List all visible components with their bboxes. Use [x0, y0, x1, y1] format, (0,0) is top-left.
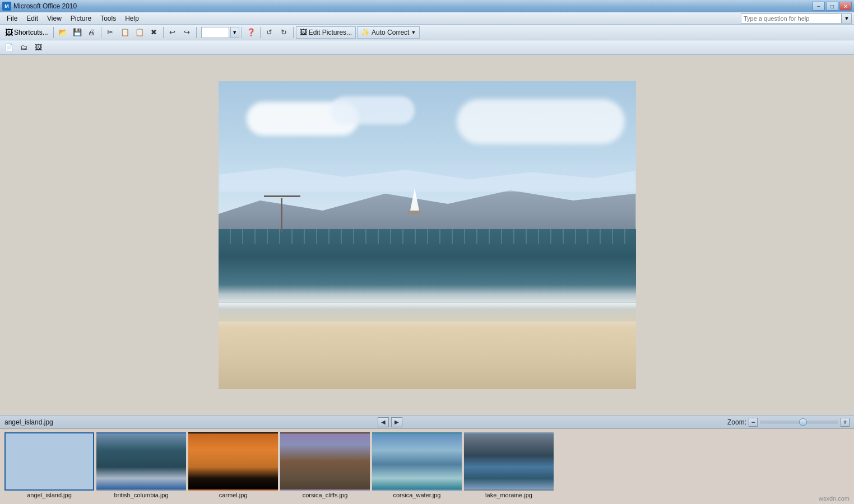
menu-edit[interactable]: Edit [22, 13, 43, 24]
redo-button[interactable]: ↪ [180, 26, 194, 39]
delete-button[interactable]: ✖ [147, 26, 161, 39]
auto-correct-button[interactable]: ✨ Auto Correct ▼ [357, 26, 420, 39]
scene-foam [219, 284, 636, 309]
main-image-container [219, 81, 636, 389]
main-content [0, 55, 854, 415]
cloud2 [457, 99, 625, 144]
thumbnail-strip: angel_island.jpgbritish_columbia.jpgcarm… [0, 428, 854, 504]
menu-file[interactable]: File [2, 13, 22, 24]
shortcuts-button[interactable]: 🖼 Shortcuts... [2, 26, 51, 39]
thumbnail-image-corsica_water [372, 432, 462, 491]
title-text: Microsoft Office 2010 [13, 2, 77, 10]
edit-pictures-label: Edit Pictures... [309, 29, 352, 36]
copy-button[interactable]: 📋 [118, 26, 132, 39]
help-search-input[interactable] [741, 13, 842, 24]
shortcuts-icon: 🖼 [5, 28, 13, 37]
scene-beach [219, 303, 636, 389]
separator4 [196, 27, 197, 38]
zoom-bar: Zoom: − + [727, 418, 850, 427]
help-search: ▼ [741, 13, 852, 24]
cloud3 [331, 96, 415, 124]
close-button[interactable]: ✕ [839, 2, 852, 11]
print-button[interactable]: 🖨 [85, 26, 99, 39]
thumbnail-angel_island[interactable]: angel_island.jpg [4, 432, 94, 501]
watermark: wsxdn.com [819, 495, 850, 502]
zoom-control: 100% ▼ [201, 27, 239, 38]
thumbnail-label-angel_island: angel_island.jpg [4, 492, 94, 498]
zoom-input[interactable]: 100% [201, 27, 229, 38]
nav-next-button[interactable]: ▶ [391, 417, 402, 427]
menu-help[interactable]: Help [120, 13, 143, 24]
sailboat-hull [408, 211, 421, 214]
auto-correct-icon: ✨ [361, 28, 370, 36]
thumbnail-image-british_columbia [96, 432, 186, 491]
rotate-right-button[interactable]: ↻ [277, 26, 291, 39]
edit-pictures-button[interactable]: 🖼 Edit Pictures... [296, 26, 356, 39]
zoom-slider-track[interactable] [760, 421, 838, 424]
nav-prev-button[interactable]: ◀ [378, 417, 389, 427]
save-button[interactable]: 💾 [71, 26, 84, 39]
zoom-minus-button[interactable]: − [749, 418, 758, 427]
zoom-slider-thumb[interactable] [799, 418, 807, 426]
app-icon: M [2, 2, 11, 11]
paste-button[interactable]: 📋 [133, 26, 146, 39]
menu-picture[interactable]: Picture [66, 13, 96, 24]
title-bar-controls: − □ ✕ [813, 2, 852, 11]
separator6 [260, 27, 261, 38]
status-filename: angel_island.jpg [4, 418, 53, 426]
thumbnail-image-lake_moraine [464, 432, 554, 491]
undo-button[interactable]: ↩ [166, 26, 179, 39]
toolbar2: 📄 🗂 🖼 [0, 40, 854, 55]
zoom-dropdown-button[interactable]: ▼ [230, 27, 239, 38]
main-image [219, 81, 636, 389]
separator1 [53, 27, 54, 38]
separator5 [242, 27, 242, 38]
thumbnail-label-carmel: carmel.jpg [188, 492, 278, 498]
thumbnail-label-lake_moraine: lake_moraine.jpg [464, 492, 554, 498]
thumbnail-label-british_columbia: british_columbia.jpg [96, 492, 186, 498]
restore-button[interactable]: □ [826, 2, 838, 11]
separator3 [163, 27, 164, 38]
zoom-label: Zoom: [727, 418, 746, 426]
separator2 [101, 27, 101, 38]
thumbnail-british_columbia[interactable]: british_columbia.jpg [96, 432, 186, 501]
auto-correct-label: Auto Correct [372, 29, 409, 36]
thumbnail-label-corsica_water: corsica_water.jpg [372, 492, 462, 498]
zoom-plus-button[interactable]: + [841, 418, 850, 427]
auto-correct-dropdown: ▼ [411, 30, 416, 35]
scene-canvas [219, 81, 636, 389]
title-bar-left: M Microsoft Office 2010 [2, 2, 77, 11]
cut-button[interactable]: ✂ [104, 26, 117, 39]
toolbar2-btn2[interactable]: 🗂 [17, 41, 30, 54]
minimize-button[interactable]: − [813, 2, 825, 11]
title-bar: M Microsoft Office 2010 − □ ✕ [0, 0, 854, 12]
thumbnail-label-corsica_cliffs: corsica_cliffs.jpg [280, 492, 370, 498]
edit-pictures-icon: 🖼 [300, 28, 307, 36]
nav-buttons: ◀ ▶ [378, 417, 402, 427]
sailboat-sail [410, 188, 419, 211]
menu-view[interactable]: View [43, 13, 66, 24]
menu-bar: File Edit View Picture Tools Help ▼ [0, 12, 854, 25]
scene-clouds [219, 96, 636, 174]
thumbnail-corsica_water[interactable]: corsica_water.jpg [372, 432, 462, 501]
rotate-left-button[interactable]: ↺ [263, 26, 276, 39]
help-dropdown-button[interactable]: ▼ [842, 13, 852, 24]
open-button[interactable]: 📂 [56, 26, 69, 39]
separator7 [293, 27, 294, 38]
help-button[interactable]: ❓ [244, 26, 258, 39]
thumbnail-image-carmel [188, 432, 278, 491]
toolbar2-btn1[interactable]: 📄 [2, 41, 16, 54]
thumbnail-corsica_cliffs[interactable]: corsica_cliffs.jpg [280, 432, 370, 501]
menu-tools[interactable]: Tools [96, 13, 120, 24]
scene-bridge [281, 198, 282, 232]
thumbnail-lake_moraine[interactable]: lake_moraine.jpg [464, 432, 554, 501]
thumbnail-image-corsica_cliffs [280, 432, 370, 491]
toolbar2-btn3[interactable]: 🖼 [31, 41, 45, 54]
thumbnail-carmel[interactable]: carmel.jpg [188, 432, 278, 501]
status-bar: angel_island.jpg ◀ ▶ Zoom: − + [0, 415, 854, 428]
shortcuts-label: Shortcuts... [14, 29, 48, 36]
toolbar1: 🖼 Shortcuts... 📂 💾 🖨 ✂ 📋 📋 ✖ ↩ ↪ 100% ▼ … [0, 25, 854, 40]
thumbnail-image-angel_island [4, 432, 94, 491]
